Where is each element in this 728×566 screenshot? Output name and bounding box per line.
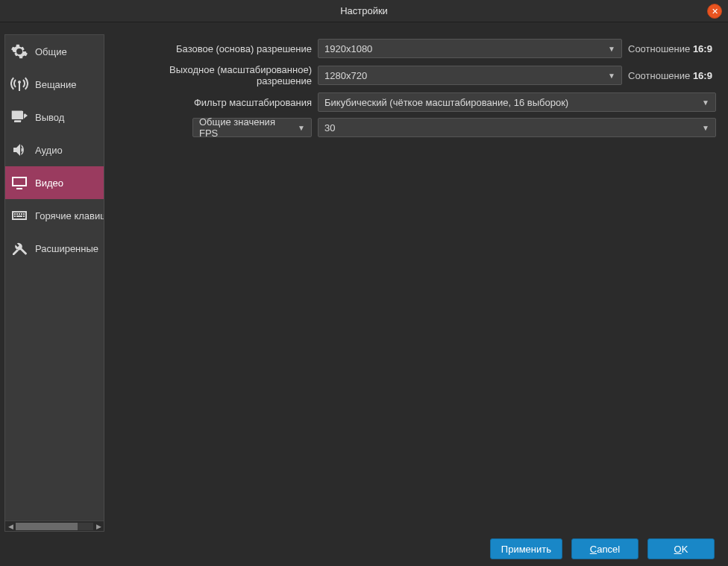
sidebar-item-label: Вывод (35, 112, 64, 123)
row-output-resolution: Выходное (масштабированное) разрешение 1… (113, 64, 716, 87)
sidebar-item-video[interactable]: Видео (5, 166, 104, 199)
aspect-base: Соотношение 16:9 (628, 43, 716, 54)
ok-button[interactable]: OK (647, 538, 715, 559)
tools-icon (10, 239, 29, 258)
row-downscale-filter: Фильтр масштабирования Бикубический (чёт… (113, 92, 716, 112)
combo-fps-mode[interactable]: Общие значения FPS ▼ (192, 118, 312, 137)
sidebar-item-general[interactable]: Общие (5, 35, 104, 68)
sidebar-item-advanced[interactable]: Расширенные (5, 232, 104, 265)
sidebar-item-output[interactable]: Вывод (5, 101, 104, 133)
sidebar-item-label: Вещание (35, 79, 77, 90)
gear-icon (10, 42, 29, 61)
footer: Применить Cancel OK (0, 532, 728, 566)
chevron-down-icon: ▼ (702, 98, 709, 107)
main-panel: Базовое (основа) разрешение 1920x1080 ▼ … (113, 34, 716, 532)
scroll-left-icon: ◀ (7, 523, 14, 530)
combo-downscale-filter[interactable]: Бикубический (чёткое масштабирование, 16… (318, 92, 716, 112)
cancel-button[interactable]: Cancel (571, 538, 638, 559)
chevron-down-icon: ▼ (608, 72, 615, 80)
sidebar-list: Общие Вещание Вывод Аудио (5, 35, 104, 521)
sidebar-item-label: Видео (35, 177, 63, 189)
sidebar-item-label: Горячие клавиши (35, 210, 104, 221)
output-icon (10, 107, 29, 127)
combo-value: Бикубический (чёткое масштабирование, 16… (324, 97, 568, 108)
sidebar-item-label: Расширенные (35, 243, 98, 254)
scrollbar-thumb[interactable] (16, 523, 78, 530)
combo-fps-value[interactable]: 30 ▼ (318, 118, 716, 137)
row-fps: Общие значения FPS ▼ 30 ▼ (113, 118, 716, 137)
chevron-down-icon: ▼ (608, 45, 615, 53)
close-icon: ✕ (712, 7, 718, 16)
combo-output-resolution[interactable]: 1280x720 ▼ (318, 66, 622, 85)
titlebar: Настройки ✕ (0, 0, 728, 22)
label-base-resolution: Базовое (основа) разрешение (113, 43, 312, 54)
scroll-right-icon: ▶ (95, 523, 102, 530)
combo-value: 1280x720 (324, 70, 367, 81)
apply-button[interactable]: Применить (490, 538, 562, 559)
chevron-down-icon: ▼ (298, 124, 305, 132)
aspect-output: Соотношение 16:9 (628, 70, 716, 81)
combo-value: Общие значения FPS (199, 116, 293, 139)
combo-value: 1920x1080 (324, 43, 372, 54)
combo-value: 30 (324, 122, 335, 133)
sidebar-item-hotkeys[interactable]: Горячие клавиши (5, 199, 104, 232)
keyboard-icon (10, 206, 29, 225)
combo-base-resolution[interactable]: 1920x1080 ▼ (318, 39, 622, 58)
window-body: Общие Вещание Вывод Аудио (0, 22, 728, 532)
scrollbar-track[interactable] (16, 523, 93, 530)
label-downscale-filter: Фильтр масштабирования (113, 97, 312, 108)
row-base-resolution: Базовое (основа) разрешение 1920x1080 ▼ … (113, 39, 716, 58)
speaker-icon (10, 140, 29, 160)
sidebar-item-audio[interactable]: Аудио (5, 133, 104, 166)
sidebar-item-label: Аудио (35, 145, 63, 156)
sidebar-item-stream[interactable]: Вещание (5, 68, 104, 101)
sidebar-item-label: Общие (35, 46, 67, 57)
window-title: Настройки (340, 5, 388, 16)
monitor-icon (10, 173, 29, 192)
sidebar-horizontal-scrollbar[interactable]: ◀ ▶ (5, 521, 104, 531)
chevron-down-icon: ▼ (702, 124, 709, 132)
close-button[interactable]: ✕ (707, 4, 722, 19)
antenna-icon (10, 75, 29, 94)
sidebar: Общие Вещание Вывод Аудио (4, 34, 104, 532)
label-output-resolution: Выходное (масштабированное) разрешение (113, 64, 312, 87)
